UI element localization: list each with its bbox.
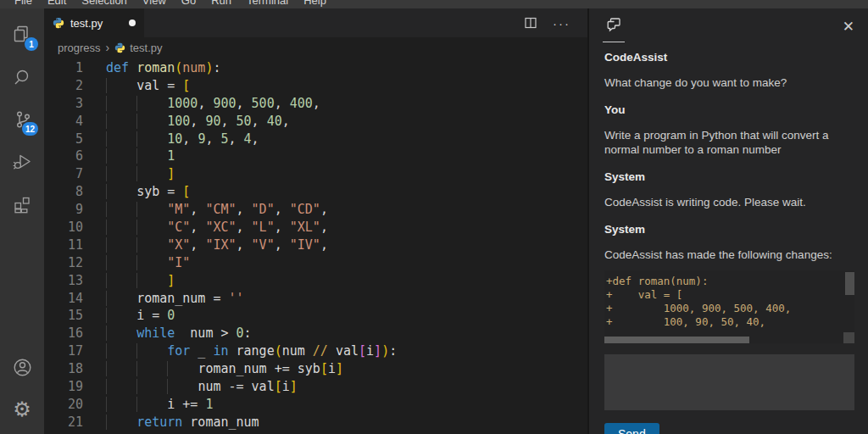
- code-text: for _ in range(num // val[i]):: [106, 342, 397, 360]
- scrollbar-corner: [843, 332, 854, 343]
- code-line[interactable]: 12 "I": [44, 254, 587, 272]
- code-line[interactable]: 21 return roman_num: [44, 414, 587, 431]
- code-line[interactable]: 15 i = 0: [44, 307, 587, 325]
- code-text: ]: [106, 272, 175, 290]
- code-line[interactable]: 10 "C", "XC", "L", "XL",: [44, 219, 587, 236]
- code-text: 10, 9, 5, 4,: [106, 131, 259, 148]
- modified-indicator[interactable]: [129, 19, 136, 26]
- menu-item-terminal[interactable]: Terminal: [239, 0, 296, 8]
- code-line[interactable]: 20 i += 1: [44, 396, 587, 414]
- code-text: "C", "XC", "L", "XL",: [106, 219, 328, 236]
- code-line[interactable]: 18 roman_num += syb[i]: [44, 360, 587, 378]
- extensions-icon[interactable]: [0, 183, 44, 225]
- code-text: return roman_num: [106, 414, 259, 431]
- code-line[interactable]: 11 "X", "IX", "V", "IV",: [44, 236, 587, 254]
- line-number: 17: [44, 342, 83, 360]
- tab-strip: test.py ···: [44, 8, 587, 37]
- code-editor[interactable]: 1def roman(num):2 val = [3 1000, 900, 50…: [44, 58, 587, 434]
- message-author: System: [604, 223, 854, 236]
- code-line[interactable]: 7 ]: [44, 165, 587, 183]
- message-text: CodeAssist has made the following change…: [604, 248, 854, 262]
- code-line[interactable]: 4 100, 90, 50, 40,: [44, 113, 587, 131]
- code-line[interactable]: 6 1: [44, 147, 587, 165]
- editor-group: test.py ··· progress › test.py: [44, 8, 587, 434]
- menu-item-run[interactable]: Run: [203, 0, 239, 8]
- menu-item-help[interactable]: Help: [296, 0, 334, 8]
- code-text: "X", "IX", "V", "IV",: [106, 236, 328, 254]
- message-text: CodeAssist is writing code. Please wait.: [604, 195, 854, 209]
- line-number: 9: [44, 201, 83, 219]
- extensions-squares-icon: [11, 193, 33, 215]
- panel-body: CodeAssist What change do you want to ma…: [589, 42, 868, 434]
- accounts-icon[interactable]: [0, 346, 44, 388]
- magnifier-icon: [11, 66, 33, 88]
- workbench: 1 12: [0, 8, 868, 434]
- debug-play-icon: [11, 151, 33, 173]
- gear-icon: ⚙: [13, 399, 31, 420]
- line-number: 15: [44, 307, 83, 325]
- line-number: 8: [44, 183, 83, 201]
- panel-intro: What change do you want to make?: [604, 75, 854, 90]
- more-actions-icon[interactable]: ···: [553, 16, 570, 31]
- code-text: ]: [106, 165, 175, 183]
- menu-item-file[interactable]: File: [7, 0, 40, 8]
- person-icon: [11, 356, 34, 379]
- code-line[interactable]: 3 1000, 900, 500, 400,: [44, 95, 587, 113]
- breadcrumb: progress › test.py: [44, 37, 587, 58]
- line-number: 19: [44, 378, 83, 396]
- diff-vertical-scrollbar[interactable]: [845, 272, 854, 295]
- codeassist-panel: ✕ CodeAssist What change do you want to …: [587, 8, 868, 434]
- tab-test-py[interactable]: test.py: [44, 8, 144, 37]
- menu-bar: FileEditSelectionViewGoRunTerminalHelp: [0, 0, 868, 8]
- python-icon: [53, 17, 64, 29]
- run-debug-icon[interactable]: [0, 141, 44, 183]
- code-line[interactable]: 17 for _ in range(num // val[i]):: [44, 342, 587, 360]
- diff-code: +def roman(num): + val = [ + 1000, 900, …: [604, 270, 854, 329]
- menu-item-go[interactable]: Go: [174, 0, 203, 8]
- code-text: 1: [106, 147, 175, 165]
- search-icon[interactable]: [0, 56, 44, 98]
- explorer-badge: 1: [25, 37, 38, 51]
- explorer-icon[interactable]: 1: [0, 14, 44, 56]
- menu-item-edit[interactable]: Edit: [40, 0, 74, 8]
- split-editor-icon[interactable]: [524, 16, 537, 30]
- line-number: 14: [44, 290, 83, 308]
- breadcrumb-file[interactable]: test.py: [114, 42, 162, 54]
- code-text: roman_num = '': [106, 290, 244, 308]
- line-number: 18: [44, 360, 83, 378]
- code-line[interactable]: 13 ]: [44, 272, 587, 290]
- chat-view-tab[interactable]: [603, 9, 625, 42]
- code-lines: 1def roman(num):2 val = [3 1000, 900, 50…: [44, 59, 587, 431]
- code-line[interactable]: 14 roman_num = '': [44, 290, 587, 308]
- menu-item-view[interactable]: View: [135, 0, 174, 8]
- line-number: 3: [44, 95, 83, 113]
- python-icon: [114, 42, 125, 53]
- line-number: 20: [44, 396, 83, 414]
- settings-icon[interactable]: ⚙: [0, 388, 44, 431]
- code-line[interactable]: 2 val = [: [44, 77, 587, 95]
- code-line[interactable]: 5 10, 9, 5, 4,: [44, 131, 587, 148]
- line-number: 21: [44, 414, 83, 431]
- code-line[interactable]: 19 num -= val[i]: [44, 378, 587, 396]
- breadcrumb-folder[interactable]: progress: [58, 42, 101, 54]
- code-line[interactable]: 8 syb = [: [44, 183, 587, 201]
- code-line[interactable]: 9 "M", "CM", "D", "CD",: [44, 201, 587, 219]
- code-line[interactable]: 1def roman(num):: [44, 59, 587, 77]
- source-control-badge: 12: [22, 122, 38, 136]
- close-panel-icon[interactable]: ✕: [843, 19, 854, 34]
- source-control-icon[interactable]: 12: [0, 98, 44, 141]
- code-line[interactable]: 16 while num > 0:: [44, 325, 587, 342]
- send-button[interactable]: Send: [604, 423, 659, 434]
- chat-input[interactable]: [604, 354, 854, 410]
- message-author: You: [604, 103, 854, 116]
- chat-messages: YouWrite a program in Python that will c…: [604, 103, 854, 262]
- menu-item-selection[interactable]: Selection: [74, 0, 134, 8]
- code-text: roman_num += syb[i]: [106, 360, 343, 378]
- diff-horizontal-scrollbar[interactable]: [604, 337, 749, 343]
- panel-title: CodeAssist: [604, 51, 854, 64]
- line-number: 12: [44, 254, 83, 272]
- message-text: Write a program in Python that will conv…: [604, 128, 854, 157]
- line-number: 6: [44, 147, 83, 165]
- line-number: 5: [44, 131, 83, 148]
- tab-label: test.py: [70, 17, 103, 30]
